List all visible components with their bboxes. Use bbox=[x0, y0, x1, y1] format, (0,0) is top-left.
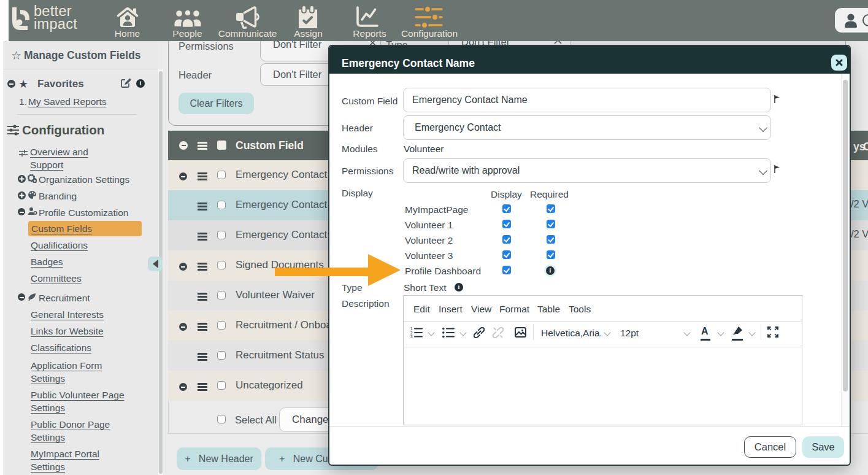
svg-text:3: 3 bbox=[410, 334, 413, 338]
